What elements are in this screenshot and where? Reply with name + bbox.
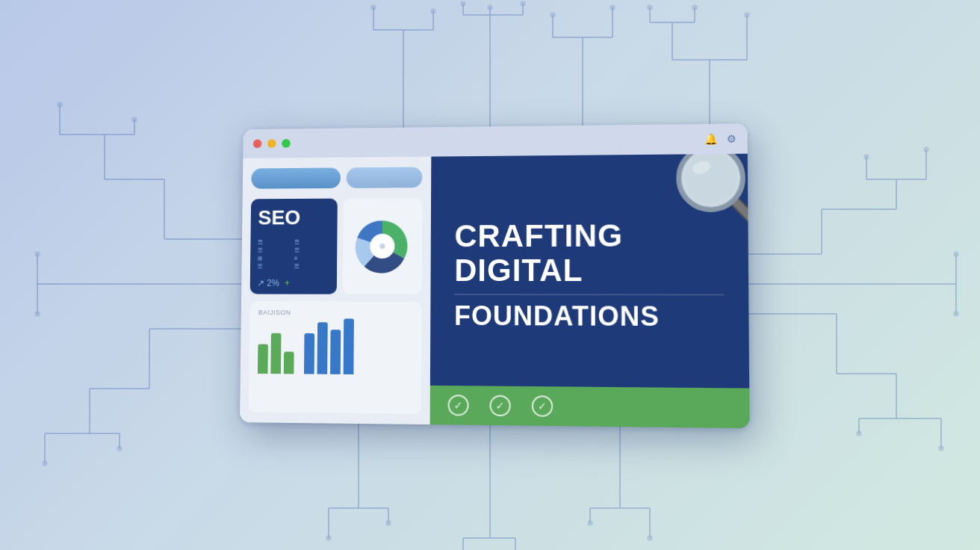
notification-icon: 🔔: [704, 133, 718, 145]
percent-value: 2%: [267, 278, 279, 288]
title-bar-icons: 🔔 ⚙: [704, 133, 736, 146]
magnifier: [671, 154, 750, 238]
svg-point-102: [386, 521, 391, 525]
address-bar-secondary[interactable]: [347, 167, 422, 188]
svg-point-95: [924, 147, 928, 152]
svg-point-106: [35, 312, 40, 316]
svg-point-84: [521, 1, 525, 6]
settings-icon: ⚙: [727, 133, 737, 145]
bar-2: [270, 333, 281, 374]
svg-point-90: [745, 13, 749, 17]
svg-point-108: [132, 117, 137, 122]
seo-icons-grid: ☰ ☰ ☰ ☰ ⊞ ≡ ☰ ☰: [258, 239, 330, 270]
seo-icon-8: ☰: [294, 263, 330, 270]
browser-window: 🔔 ⚙ SEO ☰ ☰ ☰ ☰: [240, 123, 750, 428]
donut-chart-svg: [349, 212, 417, 280]
seo-icon-3: ☰: [258, 247, 293, 254]
left-panel: SEO ☰ ☰ ☰ ☰ ⊞ ≡ ☰ ☰ ↗ 2% +: [240, 157, 431, 425]
right-panel: CRAFTING DIGITAL FOUNDATIONS ✓ ✓ ✓: [430, 154, 750, 428]
percent-arrow: ↗: [257, 278, 264, 288]
hero-title-line2: DIGITAL: [454, 253, 724, 288]
seo-title: SEO: [258, 206, 330, 229]
bar-7: [344, 318, 354, 374]
widgets-row: SEO ☰ ☰ ☰ ☰ ⊞ ≡ ☰ ☰ ↗ 2% +: [250, 198, 423, 294]
svg-point-98: [857, 431, 861, 436]
bars-container: [258, 322, 413, 375]
check-icon-2: ✓: [490, 395, 511, 417]
bar-3: [284, 352, 294, 374]
seo-icon-4: ☰: [294, 247, 330, 254]
svg-point-93: [954, 252, 958, 256]
bar-1: [258, 344, 268, 374]
seo-widget: SEO ☰ ☰ ☰ ☰ ⊞ ≡ ☰ ☰ ↗ 2% +: [250, 199, 338, 294]
traffic-light-red[interactable]: [253, 139, 262, 148]
check-icon-3: ✓: [532, 395, 553, 417]
svg-point-110: [117, 446, 122, 451]
svg-point-104: [588, 521, 592, 525]
traffic-light-yellow[interactable]: [267, 139, 276, 148]
hero-footer: ✓ ✓ ✓: [430, 386, 750, 428]
bar-4: [304, 333, 314, 374]
svg-point-96: [864, 155, 869, 159]
traffic-light-green[interactable]: [282, 139, 291, 148]
bar-chart-widget: BAIJISON: [249, 301, 422, 414]
svg-point-92: [648, 5, 652, 10]
address-bars: [251, 167, 422, 188]
svg-point-85: [461, 1, 465, 6]
svg-point-109: [43, 461, 47, 466]
svg-point-107: [58, 102, 62, 107]
svg-point-112: [379, 244, 385, 250]
window-body: SEO ☰ ☰ ☰ ☰ ⊞ ≡ ☰ ☰ ↗ 2% +: [240, 154, 750, 428]
bar-5: [317, 322, 327, 374]
seo-icon-6: ≡: [294, 255, 330, 262]
title-bar: 🔔 ⚙: [243, 123, 747, 158]
svg-point-101: [326, 536, 331, 540]
svg-point-88: [610, 5, 615, 10]
svg-point-103: [648, 536, 652, 540]
svg-point-83: [488, 5, 492, 10]
svg-point-94: [954, 312, 958, 316]
svg-point-89: [551, 13, 555, 17]
seo-percent: ↗ 2% +: [257, 278, 329, 288]
chart-label: BAIJISON: [258, 309, 413, 317]
seo-icon-5: ⊞: [258, 255, 293, 262]
address-bar-primary[interactable]: [251, 167, 341, 188]
svg-point-97: [939, 446, 943, 451]
percent-plus: +: [285, 278, 290, 288]
check-icon-1: ✓: [448, 395, 469, 415]
svg-point-87: [431, 9, 435, 13]
donut-widget: [343, 198, 423, 294]
svg-point-86: [371, 5, 376, 10]
svg-point-105: [35, 252, 40, 256]
hero-separator: [454, 294, 724, 296]
seo-icon-2: ☰: [294, 239, 330, 246]
svg-point-91: [692, 5, 697, 10]
seo-icon-7: ☰: [258, 263, 293, 270]
seo-icon-1: ☰: [258, 239, 293, 246]
bar-6: [330, 330, 341, 374]
hero-title-line3: FOUNDATIONS: [454, 301, 724, 332]
